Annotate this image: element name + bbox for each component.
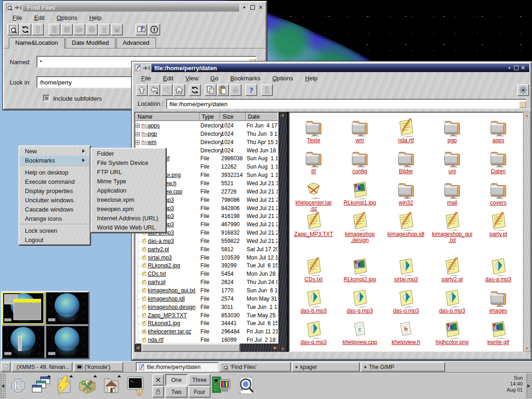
tree-row[interactable]: khelpcenter.tar.gzFile296484Fri Jun 11 2… xyxy=(135,328,278,336)
tree-row-name[interactable]: party.pl xyxy=(148,279,165,285)
location-clear-button[interactable] xyxy=(519,101,526,108)
scroll-down-arrow[interactable]: ▼ xyxy=(524,346,530,351)
icon-grid-item[interactable]: covers xyxy=(475,180,521,206)
toolbar-home-button[interactable] xyxy=(173,84,185,96)
submenu-item-file-system-device[interactable]: File System Device xyxy=(91,158,165,167)
menu-file[interactable]: File xyxy=(12,14,22,21)
close-button[interactable]: ✕ xyxy=(257,4,264,11)
panel-hide-left-button[interactable]: ◀ xyxy=(0,374,6,398)
icon-grid-item[interactable]: kwrite.gif xyxy=(475,319,521,345)
launcher-toolbox[interactable] xyxy=(77,375,98,396)
tree-row[interactable]: Zapp_MP3.TXTFile853030Tue May 25 0 xyxy=(135,312,278,320)
toolbar-blob-open-button[interactable] xyxy=(73,24,85,36)
tree-row[interactable]: CDs.txtFile5454Mon Jun 28 2 xyxy=(135,270,278,278)
submenu-item-ftp-url[interactable]: FTP URL xyxy=(91,167,165,176)
menu-bookmarks[interactable]: Bookmarks xyxy=(230,75,260,82)
submenu-item-world-wide-web-url[interactable]: World Wide Web URL xyxy=(91,223,165,232)
icon-grid-item[interactable]: Zapp_MP3.TXT xyxy=(290,211,337,237)
icon-grid-item[interactable]: win32 xyxy=(383,180,429,206)
tree-row-name[interactable]: Zapp_MP3.TXT xyxy=(148,312,187,319)
icon-grid-item[interactable]: CDs.txt xyxy=(290,256,337,283)
menu-help[interactable]: Help xyxy=(89,14,102,21)
launcher-konsole-shell[interactable]: >_ xyxy=(126,375,147,396)
icon-grid-item[interactable]: das-q.mp3 xyxy=(290,319,337,345)
menu-go[interactable]: Go xyxy=(210,75,218,82)
toolbar-stop-gray-button[interactable] xyxy=(261,84,273,96)
pager-desktop-3[interactable] xyxy=(2,326,44,358)
launcher-kmenu[interactable]: K xyxy=(7,375,29,396)
toolbar-paste-button[interactable] xyxy=(217,84,229,96)
panel-logout-button[interactable] xyxy=(152,374,164,386)
tab-advanced[interactable]: Advanced xyxy=(116,37,156,48)
tree-row[interactable]: nda.rtfFile16099Fri Jul 2 18:1 xyxy=(135,336,278,344)
tab-date-modified[interactable]: Date Modified xyxy=(66,37,115,48)
tree-row[interactable]: kimageshop.designFile3011Tue Jun 1 15 xyxy=(135,303,278,312)
toolbar-blob-circle-button[interactable] xyxy=(86,24,98,36)
kde-gear-button[interactable] xyxy=(517,84,529,96)
icon-grid-item[interactable]: uni xyxy=(429,148,475,175)
sticky-pin-icon[interactable] xyxy=(14,5,22,10)
toolbar-blob-cup-button[interactable] xyxy=(98,24,110,36)
icon-grid-item[interactable]: khelpcenter.tar.gz xyxy=(290,180,337,212)
taskbar-button-start[interactable]: S xyxy=(1,362,11,372)
icon-grid-item[interactable]: party.pl xyxy=(475,211,521,237)
tree-row[interactable]: kimageshop.idlFile2574Mon May 31 1 xyxy=(135,295,278,303)
tree-row[interactable]: appsDirectory1024Fri Jun 4 17: xyxy=(135,122,278,130)
icon-grid-item[interactable]: mail xyxy=(429,180,475,206)
submenu-item-mime-type[interactable]: Mime Type xyxy=(91,176,165,186)
tree-vertical-scrollbar[interactable]: ▲▼ xyxy=(278,112,287,352)
location-input[interactable] xyxy=(166,99,526,109)
taskbar-button-file-home-perry-daten[interactable]: file:/home/perry/daten xyxy=(136,362,218,372)
icon-grid-item[interactable]: RLkonqi1.jpg xyxy=(337,180,383,206)
find-files-titlebar[interactable]: 'Find Files' ✕ xyxy=(5,3,265,12)
desktop-button-four[interactable]: Four xyxy=(188,386,211,398)
icon-grid-item[interactable]: kimageshop.idl xyxy=(383,211,429,237)
toolbar-blob-disk-button[interactable] xyxy=(111,24,123,36)
icon-grid-item[interactable]: RLkonqi2.jpg xyxy=(337,256,383,283)
panel-hide-right-button[interactable]: ▶ xyxy=(526,374,532,398)
menu-item-execute-command[interactable]: Execute command xyxy=(19,177,90,186)
submenu-item-application[interactable]: Application xyxy=(91,186,165,195)
menu-edit[interactable]: Edit xyxy=(34,14,44,21)
launcher-home-folder[interactable] xyxy=(101,375,122,396)
icon-grid-item[interactable]: apps xyxy=(475,117,521,144)
icon-grid-item[interactable]: Bilder xyxy=(383,148,429,175)
tree-row-name[interactable]: kimageshop.design xyxy=(148,304,195,310)
toolbar-help-question-button[interactable]: ? xyxy=(245,84,257,96)
pager-desktop-2[interactable] xyxy=(46,292,88,324)
tree-horizontal-scrollbar[interactable]: ◀▶ xyxy=(134,344,278,352)
menu-edit[interactable]: Edit xyxy=(163,75,173,82)
tree-row-name[interactable]: RLkonqi2.jpg xyxy=(148,262,180,269)
tree-row-name[interactable]: das-a.mp3 xyxy=(148,238,174,244)
tree-row[interactable]: wmDirectory1024Thu Apr 15 17 xyxy=(135,139,278,147)
minimize-button[interactable] xyxy=(241,4,248,11)
submenu-item-treeclose-xpm[interactable]: treeclose.xpm xyxy=(91,195,165,204)
taskbar-button-the-gimp[interactable]: The GIMP xyxy=(361,362,445,372)
tree-row-name[interactable]: pgp xyxy=(148,131,157,137)
toolbar-stoplight-button[interactable] xyxy=(32,24,44,36)
icon-grid-item[interactable]: das-g.mp3 xyxy=(337,288,383,314)
menu-item-arrange-icons[interactable]: Arrange icons xyxy=(19,214,90,223)
toolbar-info-circle-button[interactable] xyxy=(148,24,160,36)
menu-help[interactable]: Help xyxy=(305,75,318,82)
panel-lock-button[interactable] xyxy=(152,386,164,398)
icon-grid-item[interactable]: ckhelpview.cpp xyxy=(337,319,383,345)
tree-row-name[interactable]: kimageshop_gui.txt xyxy=(148,287,195,294)
icon-grid-item[interactable]: ttf xyxy=(290,148,337,175)
tree-row[interactable]: RLkonqi2.jpgFile39299Tue Jul 6 15: xyxy=(135,262,278,270)
toolbar-blob-page-button[interactable] xyxy=(48,24,60,36)
menu-options[interactable]: Options xyxy=(272,75,293,82)
icon-grid-item[interactable]: Texte xyxy=(290,117,337,144)
pager-desktop-1[interactable] xyxy=(2,292,44,324)
icon-grid-item[interactable]: das-o.mp3 xyxy=(383,288,429,314)
toolbar-copy-button[interactable] xyxy=(205,84,217,96)
scroll-up-arrow[interactable]: ▲ xyxy=(524,113,530,118)
pager-desktop-4[interactable] xyxy=(46,326,88,358)
tree-row-name[interactable]: sirtaj.mp3 xyxy=(148,254,172,261)
submenu-item-folder[interactable]: Folder xyxy=(91,149,165,158)
taskbar-button-find-files[interactable]: 'Find Files' xyxy=(219,362,291,372)
menu-item-lock-screen[interactable]: Lock screen xyxy=(19,226,90,235)
toolbar-arrow-forward-button[interactable] xyxy=(161,84,173,96)
panel-clock[interactable]: Sun 14:40 Aug 01 xyxy=(467,375,523,393)
tree-row-name[interactable]: nda.rtf xyxy=(148,337,163,343)
